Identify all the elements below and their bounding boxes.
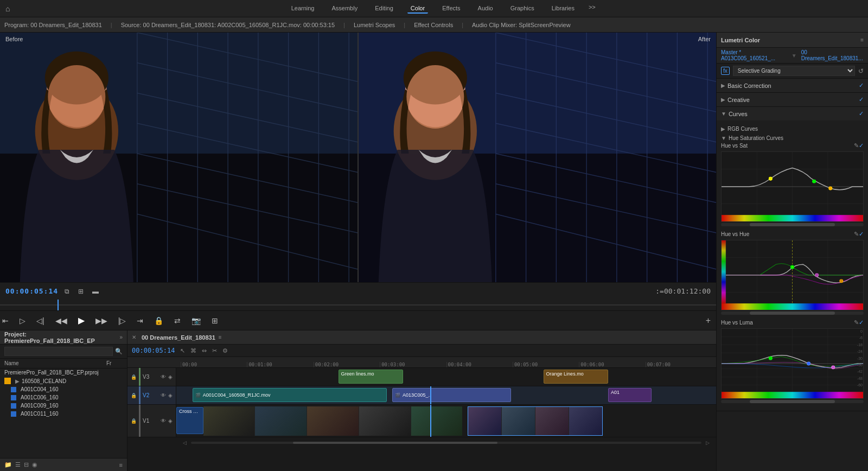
btn-settings-project[interactable]: ≡ bbox=[119, 462, 123, 468]
track-v1-eye[interactable]: 👁 bbox=[161, 418, 166, 424]
hue-vs-hue-scroll-thumb[interactable] bbox=[750, 311, 835, 315]
btn-settings[interactable]: ⊞ bbox=[209, 315, 220, 326]
lumetri-curves-header[interactable]: ▼ Curves ✓ bbox=[717, 107, 868, 120]
hue-vs-hue-scrollbar[interactable] bbox=[721, 311, 864, 315]
timecode-left[interactable]: 00:00:05:14 bbox=[5, 287, 58, 295]
hue-vs-sat-check[interactable]: ✓ bbox=[859, 142, 864, 149]
creative-enabled-check[interactable]: ✓ bbox=[859, 96, 864, 103]
lumetri-master-label[interactable]: Master * A013C005_160521_... bbox=[721, 49, 789, 61]
nav-more[interactable]: >> bbox=[589, 4, 596, 14]
clip-a001c004[interactable]: 🎬A001C004_160508_R1JC.mov bbox=[193, 388, 387, 402]
lumetri-reset-icon[interactable]: ↺ bbox=[858, 67, 864, 75]
home-icon[interactable]: ⌂ bbox=[5, 4, 10, 13]
list-item[interactable]: A001C011_160 bbox=[0, 410, 127, 418]
btn-lock[interactable]: 🔒 bbox=[152, 315, 165, 326]
hue-vs-sat-scroll-thumb[interactable] bbox=[750, 223, 835, 226]
hue-vs-luma-scrollbar[interactable] bbox=[721, 400, 864, 403]
hue-vs-hue-canvas[interactable] bbox=[721, 240, 864, 310]
btn-mark-in[interactable]: ▷ bbox=[17, 315, 28, 326]
lumetri-creative-header[interactable]: ▶ Creative ✓ bbox=[717, 93, 868, 106]
clip-cross-dissolve[interactable]: Cross Dissolve bbox=[176, 407, 203, 434]
list-item[interactable]: ▶ 160508_ICELAND bbox=[0, 377, 127, 385]
curves-enabled-check[interactable]: ✓ bbox=[859, 110, 864, 117]
lumetri-basic-header[interactable]: ▶ Basic Correction ✓ bbox=[717, 79, 868, 92]
lumetri-menu-icon[interactable]: ≡ bbox=[860, 37, 864, 43]
tab-program[interactable]: Program: 00 Dreamers_Edit_180831 bbox=[4, 22, 102, 28]
project-file-item[interactable]: PremierePro_Fall_2018_IBC_EP.prproj bbox=[0, 368, 127, 377]
hue-vs-hue-eyedropper[interactable]: ✎ bbox=[854, 231, 859, 238]
basic-enabled-check[interactable]: ✓ bbox=[859, 82, 864, 89]
list-item[interactable]: A001C004_160 bbox=[0, 385, 127, 393]
btn-camera[interactable]: 📷 bbox=[189, 315, 203, 326]
v1-clip-thumbnails[interactable] bbox=[203, 406, 463, 436]
tab-source[interactable]: Source: 00 Dreamers_Edit_180831: A002C00… bbox=[121, 22, 335, 28]
track-v1-lock[interactable]: 🔒 bbox=[131, 418, 137, 424]
tool-razor[interactable]: ✂ bbox=[212, 347, 217, 354]
nav-assembly[interactable]: Assembly bbox=[329, 4, 361, 14]
track-v2-lock[interactable]: 🔒 bbox=[131, 393, 137, 398]
btn-rewind[interactable]: ◀◀ bbox=[53, 315, 69, 326]
track-v2-eye[interactable]: 👁 bbox=[161, 392, 166, 398]
hue-vs-hue-check[interactable]: ✓ bbox=[859, 231, 864, 238]
project-search-icon[interactable]: 🔍 bbox=[115, 348, 123, 355]
nav-audio[interactable]: Audio bbox=[475, 4, 496, 14]
fx-badge[interactable]: fx bbox=[721, 67, 730, 75]
btn-list-view[interactable]: ☰ bbox=[15, 461, 21, 468]
hue-sat-curves-row[interactable]: ▼ Hue Saturation Curves bbox=[721, 133, 864, 142]
nav-libraries[interactable]: Libraries bbox=[548, 4, 578, 14]
btn-new-bin[interactable]: 📁 bbox=[4, 461, 12, 468]
playbar[interactable] bbox=[0, 300, 716, 310]
clip-a013c005[interactable]: 🎬A013C005_.. bbox=[392, 388, 511, 402]
ctrl-single-view[interactable]: ▬ bbox=[90, 287, 101, 296]
ctrl-split-view[interactable]: ⊞ bbox=[76, 287, 86, 296]
track-v2-mute[interactable]: ◈ bbox=[168, 392, 173, 398]
list-item[interactable]: A001C009_160 bbox=[0, 402, 127, 410]
timeline-timecode-display[interactable]: 00:00:05:14 bbox=[132, 347, 175, 354]
hue-vs-sat-canvas[interactable] bbox=[721, 151, 864, 222]
v1-active-clip-thumbnails[interactable] bbox=[468, 406, 603, 436]
nav-effects[interactable]: Effects bbox=[439, 4, 463, 14]
hue-vs-sat-scrollbar[interactable] bbox=[721, 223, 864, 226]
btn-sync[interactable]: ⇄ bbox=[172, 315, 183, 326]
track-v1-mute[interactable]: ◈ bbox=[168, 418, 173, 424]
ctrl-dual-view[interactable]: ⧉ bbox=[62, 287, 72, 296]
btn-jump-end[interactable]: ⇥ bbox=[135, 315, 145, 326]
btn-icon-view[interactable]: ⊟ bbox=[24, 461, 29, 468]
track-v3-eye[interactable]: 👁 bbox=[161, 374, 166, 380]
nav-color[interactable]: Color bbox=[407, 4, 428, 14]
nav-learning[interactable]: Learning bbox=[288, 4, 318, 14]
tab-lumetri-scopes[interactable]: Lumetri Scopes bbox=[354, 22, 395, 28]
timeline-close-icon[interactable]: ✕ bbox=[132, 334, 136, 340]
tool-ripple[interactable]: ⌘ bbox=[190, 347, 196, 354]
tool-arrow[interactable]: ↖ bbox=[180, 347, 185, 354]
clip-green-lines[interactable]: Green lines.mo bbox=[339, 370, 403, 384]
hue-vs-luma-check[interactable]: ✓ bbox=[859, 319, 864, 326]
tab-effect-controls[interactable]: Effect Controls bbox=[414, 22, 453, 28]
btn-play[interactable]: ▶ bbox=[76, 314, 87, 327]
hue-vs-luma-scroll-thumb[interactable] bbox=[750, 400, 835, 403]
tool-roll[interactable]: ⇔ bbox=[202, 347, 207, 354]
project-panel-expand[interactable]: » bbox=[119, 334, 123, 340]
btn-freeform[interactable]: ◉ bbox=[32, 461, 37, 468]
playbar-head[interactable] bbox=[58, 300, 59, 310]
btn-add-track[interactable]: + bbox=[706, 316, 711, 326]
project-search-input[interactable] bbox=[4, 347, 113, 356]
nav-editing[interactable]: Editing bbox=[372, 4, 397, 14]
tab-audio-clip-mixer[interactable]: Audio Clip Mixer: SplitScreenPreview bbox=[472, 22, 571, 28]
timeline-menu-icon[interactable]: ≡ bbox=[219, 334, 222, 340]
nav-graphics[interactable]: Graphics bbox=[507, 4, 538, 14]
hue-vs-luma-eyedropper[interactable]: ✎ bbox=[854, 319, 859, 326]
btn-step-fwd[interactable]: |▷ bbox=[116, 315, 129, 326]
hue-vs-luma-canvas[interactable] bbox=[721, 328, 864, 399]
lumetri-sequence-label[interactable]: 00 Dreamers_Edit_180831... bbox=[801, 49, 864, 61]
list-item[interactable]: A001C006_160 bbox=[0, 393, 127, 402]
rgb-curves-row[interactable]: ▶ RGB Curves bbox=[721, 124, 864, 133]
timeline-scroll-thumb[interactable] bbox=[293, 442, 497, 444]
clip-orange-lines[interactable]: Orange Lines.mo bbox=[544, 370, 608, 384]
tool-slip[interactable]: ⚙ bbox=[222, 347, 228, 354]
lumetri-preset-select[interactable]: Selective Grading bbox=[733, 66, 855, 76]
btn-fast-forward[interactable]: ▶▶ bbox=[93, 315, 110, 326]
clip-a01[interactable]: A01 bbox=[608, 388, 652, 402]
hue-vs-sat-eyedropper[interactable]: ✎ bbox=[854, 142, 859, 149]
track-v3-mute[interactable]: ◈ bbox=[168, 374, 173, 380]
